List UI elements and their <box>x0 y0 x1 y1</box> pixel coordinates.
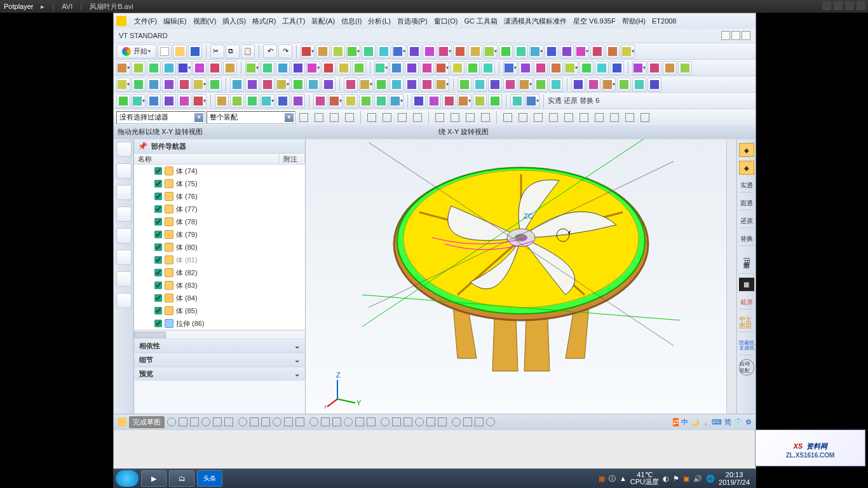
menu-window[interactable]: 窗口(O) <box>431 15 461 27</box>
menu-assembly[interactable]: 装配(A) <box>309 15 337 27</box>
btn-layer[interactable]: 中文图层 <box>739 313 754 332</box>
tool-btn-r3-29[interactable] <box>587 78 600 92</box>
section-preview[interactable]: 预览⌄ <box>134 367 305 381</box>
tool-btn-r1-11[interactable] <box>468 44 482 58</box>
btn-miantou[interactable]: 面透 <box>739 196 754 210</box>
tree-checkbox[interactable] <box>154 167 162 175</box>
tool-btn-r3-27[interactable] <box>549 78 563 92</box>
tool-btn-r2-34[interactable] <box>663 61 677 75</box>
tree-checkbox[interactable] <box>154 269 162 276</box>
section-dependency[interactable]: 相依性⌄ <box>134 339 305 353</box>
tool-btn-r2-9[interactable] <box>261 61 275 75</box>
tree-item[interactable]: 体 (83) <box>134 279 305 292</box>
snap-btn-0[interactable] <box>297 111 311 125</box>
finish-sketch-button[interactable]: 完成草图 <box>129 416 165 428</box>
maximize-icon[interactable] <box>845 1 854 10</box>
sketch-tool-5[interactable] <box>224 417 233 428</box>
tree-checkbox[interactable] <box>154 256 162 264</box>
tool-btn-r3-8[interactable] <box>245 78 259 92</box>
tool-btn-r4-10[interactable] <box>276 94 290 108</box>
menu-help[interactable]: 帮助(H) <box>620 15 648 27</box>
menu-info[interactable]: 信息(I) <box>339 15 364 27</box>
tree-item[interactable]: 体 (84) <box>134 292 305 304</box>
nav-tree[interactable]: 体 (74)体 (75)体 (76)体 (77)体 (78)体 (79)体 (8… <box>134 165 305 330</box>
tool-btn-r2-3[interactable] <box>162 61 176 75</box>
sketch-tool-22[interactable] <box>426 417 435 428</box>
tool-btn-r4-9[interactable] <box>261 94 275 108</box>
sketch-tool-21[interactable] <box>415 417 424 428</box>
tool-btn-r3-19[interactable] <box>420 78 434 92</box>
btn-shitou[interactable]: 实透 <box>739 179 754 193</box>
tree-checkbox[interactable] <box>154 243 162 251</box>
snap-btn-2[interactable] <box>327 111 341 125</box>
tool-btn-r2-8[interactable] <box>245 61 259 75</box>
tool-btn-r4-15[interactable] <box>359 94 373 108</box>
start-orb[interactable] <box>116 470 139 487</box>
tree-item[interactable]: 拉伸 (86) <box>134 317 305 330</box>
tool-btn-r1-13[interactable] <box>499 44 513 58</box>
tool-btn-r3-14[interactable] <box>344 78 358 92</box>
nav-hscroll[interactable] <box>134 330 305 339</box>
menu-format[interactable]: 格式(R) <box>250 15 278 27</box>
tool-btn-r2-17[interactable] <box>390 61 403 75</box>
tool-btn-r3-13[interactable] <box>322 78 336 92</box>
tool-btn-r1-6[interactable] <box>392 44 406 58</box>
tool-btn-r2-21[interactable] <box>451 61 465 75</box>
tool-btn-r3-20[interactable] <box>435 78 449 92</box>
sketch-tool-26[interactable] <box>475 417 484 428</box>
btn-screenshot[interactable]: 截屏 <box>739 295 754 309</box>
tool-btn-r1-5[interactable] <box>377 44 391 58</box>
snap-btn-7[interactable] <box>410 111 424 125</box>
tool-btn-r1-20[interactable] <box>606 44 620 58</box>
gear-icon[interactable]: ⚙ <box>745 418 752 426</box>
moon-icon[interactable]: 🌙 <box>691 418 700 426</box>
tool-btn-r2-16[interactable] <box>374 61 388 75</box>
tool-btn-r2-31[interactable] <box>610 61 624 75</box>
tool-btn-r2-6[interactable] <box>208 61 222 75</box>
tool-btn-r3-1[interactable] <box>132 78 146 92</box>
right-diamond-icon-2[interactable]: ◆ <box>739 161 754 175</box>
cut-button[interactable]: ✂ <box>210 44 224 58</box>
menu-prefs[interactable]: 首选项(P) <box>395 15 430 27</box>
sketch-tool-19[interactable] <box>392 417 401 428</box>
sketch-tool-1[interactable] <box>179 417 187 428</box>
tool-btn-r2-28[interactable] <box>564 61 578 75</box>
task-toutiao[interactable]: 头条 <box>197 470 222 487</box>
tool-btn-r3-32[interactable] <box>632 78 646 92</box>
snap-btn-11[interactable] <box>478 111 492 125</box>
tree-checkbox[interactable] <box>154 193 162 200</box>
tray-icon-3[interactable]: ◐ <box>663 475 669 483</box>
tool-btn-r3-25[interactable] <box>519 78 532 92</box>
menu-edit[interactable]: 编辑(E) <box>161 15 189 27</box>
snap-btn-5[interactable] <box>380 111 394 125</box>
sketch-tool-4[interactable] <box>213 417 222 428</box>
tool-btn-r1-21[interactable] <box>621 44 635 58</box>
snap-btn-13[interactable] <box>516 111 530 125</box>
tool-btn-r2-26[interactable] <box>534 61 548 75</box>
menu-et2008[interactable]: ET2008 <box>649 16 679 26</box>
clock[interactable]: 20:13 2019/7/24 <box>719 471 750 486</box>
sketch-tool-20[interactable] <box>403 417 412 428</box>
dock-info-icon[interactable] <box>116 228 132 243</box>
viewport-vscroll[interactable] <box>726 139 736 414</box>
viewport[interactable]: ZC Z Y X <box>306 139 736 414</box>
btn-replace[interactable]: 替换 <box>739 232 754 246</box>
tool-btn-r4-4[interactable] <box>177 94 191 108</box>
section-details[interactable]: 细节⌄ <box>134 353 305 367</box>
tool-btn-r3-9[interactable] <box>261 78 275 92</box>
menu-gc[interactable]: GC 工具箱 <box>461 15 500 27</box>
sketch-tool-0[interactable] <box>167 417 176 428</box>
col-note[interactable]: 附注 <box>280 154 305 164</box>
minimize-icon[interactable] <box>822 1 831 10</box>
tree-checkbox[interactable] <box>154 294 162 302</box>
tool-btn-r2-29[interactable] <box>580 61 593 75</box>
tool-btn-r4-5[interactable] <box>193 94 207 108</box>
tool-btn-r3-18[interactable] <box>405 78 419 92</box>
ime-toggle-icon[interactable]: ⇄ <box>673 418 679 426</box>
tool-btn-r1-12[interactable] <box>484 44 498 58</box>
tool-btn-r2-1[interactable] <box>132 61 146 75</box>
tool-btn-r4-18[interactable] <box>412 94 426 108</box>
tool-btn-r4-24[interactable] <box>510 94 524 108</box>
snap-btn-18[interactable] <box>592 111 606 125</box>
tool-btn-r2-25[interactable] <box>519 61 532 75</box>
